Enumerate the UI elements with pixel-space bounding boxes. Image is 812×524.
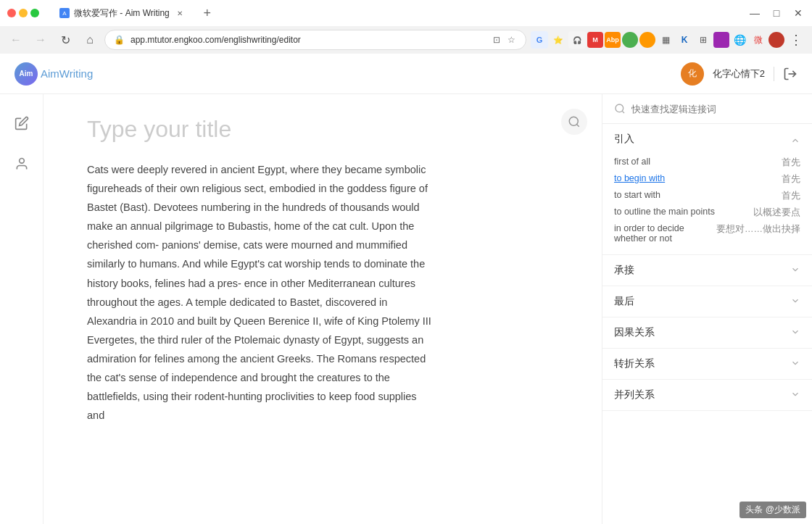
accordion-section-cause-effect: 因果关系 (602, 317, 812, 349)
accordion-container: 引入 first of all 首先 to begin with 首先 to s… (602, 124, 812, 411)
address-bar-row: ← → ↻ ⌂ 🔒 app.mtutor.engkoo.com/englishw… (0, 26, 812, 54)
address-icons: ⊡ ☆ (491, 34, 517, 46)
svg-point-2 (569, 117, 578, 125)
ext-icon-6[interactable] (622, 32, 638, 48)
ext-icon-7[interactable] (639, 32, 655, 48)
tab-close-button[interactable]: ✕ (174, 7, 186, 19)
window-controls (7, 9, 39, 17)
editor-body[interactable]: Cats were deeply revered in ancient Egyp… (87, 160, 435, 425)
phrase-cn: 首先 (750, 157, 800, 169)
minimize-window-button[interactable] (19, 9, 28, 17)
logo-area: Aim AimWriting (14, 62, 93, 86)
ext-icon-1[interactable]: G (531, 31, 548, 49)
address-bar: 🔒 app.mtutor.engkoo.com/englishwriting/e… (104, 30, 526, 50)
right-panel: 引入 first of all 首先 to begin with 首先 to s… (602, 94, 812, 524)
editor-search-button[interactable] (561, 109, 587, 135)
ext-icon-3[interactable]: 🎧 (568, 31, 586, 49)
app-header: Aim AimWriting 化 化字心情下2 (0, 54, 812, 94)
more-options-button[interactable]: ⋮ (786, 30, 806, 50)
accordion-section-intro: 引入 first of all 首先 to begin with 首先 to s… (602, 124, 812, 255)
accordion-chevron-cause-effect (790, 327, 800, 339)
back-button[interactable]: ← (6, 30, 26, 50)
editor-title[interactable]: Type your title (87, 116, 558, 143)
accordion-title-cause-effect: 因果关系 (614, 326, 655, 339)
accordion-header-transition[interactable]: 承接 (602, 255, 812, 286)
accordion-title-intro: 引入 (614, 133, 634, 146)
ext-icon-4[interactable]: M (587, 32, 603, 48)
logo-icon: Aim (14, 62, 38, 86)
refresh-button[interactable]: ↻ (55, 30, 75, 50)
accordion-title-finally: 最后 (614, 295, 634, 308)
avatar: 化 (681, 62, 704, 86)
accordion-chevron-parallel (790, 389, 800, 402)
bookmark-icon[interactable]: ☆ (505, 34, 517, 46)
ext-icon-8[interactable]: ▦ (657, 31, 674, 49)
phrase-row: in order to decide whether or not 要想对……做… (614, 221, 800, 246)
user-sidebar-button[interactable] (7, 149, 36, 178)
ext-icon-13[interactable]: 微 (750, 31, 767, 49)
svg-point-1 (19, 159, 24, 164)
forward-button[interactable]: → (30, 30, 51, 50)
screenshot-icon[interactable]: ⊡ (491, 34, 502, 46)
url-display[interactable]: app.mtutor.engkoo.com/englishwriting/edi… (130, 35, 485, 45)
ext-icon-2[interactable]: ⭐ (550, 31, 567, 49)
phrase-en: to outline the main points (614, 207, 750, 217)
accordion-chevron-finally (790, 296, 800, 308)
accordion-chevron-transition (790, 265, 800, 277)
main-content: Type your title Cats were deeply revered… (0, 94, 812, 524)
accordion-title-transition: 承接 (614, 264, 634, 277)
accordion-header-finally[interactable]: 最后 (602, 286, 812, 317)
ext-icon-10[interactable]: ⊞ (695, 31, 712, 49)
logout-button[interactable] (783, 67, 798, 81)
phrase-en[interactable]: to begin with (614, 173, 750, 183)
tab-favicon: A (59, 8, 70, 18)
accordion-header-parallel[interactable]: 并列关系 (602, 380, 812, 410)
panel-search-input[interactable] (631, 104, 800, 115)
accordion-header-intro[interactable]: 引入 (602, 124, 812, 154)
minimize-btn[interactable]: — (748, 7, 761, 20)
phrase-en: to start with (614, 190, 750, 200)
user-avatar-toolbar[interactable] (768, 32, 784, 48)
accordion-content-intro: first of all 首先 to begin with 首先 to star… (602, 154, 812, 254)
new-tab-button[interactable]: + (197, 4, 218, 24)
accordion-section-transition: 承接 (602, 255, 812, 286)
maximize-btn[interactable]: □ (770, 7, 783, 20)
accordion-section-contrast: 转折关系 (602, 349, 812, 380)
accordion-header-contrast[interactable]: 转折关系 (602, 349, 812, 379)
active-tab[interactable]: A 微软爱写作 - Aim Writing ✕ (51, 3, 194, 24)
header-divider (774, 67, 774, 81)
accordion-title-contrast: 转折关系 (614, 357, 655, 370)
phrase-row: first of all 首先 (614, 154, 800, 171)
maximize-window-button[interactable] (30, 9, 39, 17)
left-sidebar (0, 94, 44, 524)
phrase-row: to begin with 首先 (614, 171, 800, 188)
ext-icon-11[interactable] (713, 32, 729, 48)
browser-chrome: A 微软爱写作 - Aim Writing ✕ + — □ ✕ ← → ↻ ⌂ … (0, 0, 812, 54)
phrase-cn: 首先 (750, 173, 800, 186)
header-right: 化 化字心情下2 (681, 62, 798, 86)
ext-icon-5[interactable]: Abp (605, 32, 621, 48)
close-window-button[interactable] (7, 9, 16, 17)
ext-icon-12[interactable]: 🌐 (731, 31, 748, 49)
accordion-header-cause-effect[interactable]: 因果关系 (602, 317, 812, 348)
app-container: Aim AimWriting 化 化字心情下2 (0, 54, 812, 524)
svg-line-3 (576, 124, 579, 126)
phrase-cn: 要想对……做出抉择 (716, 223, 800, 236)
home-button[interactable]: ⌂ (80, 30, 100, 50)
panel-search-icon (614, 103, 626, 115)
edit-sidebar-button[interactable] (7, 109, 36, 138)
window-controls-right: — □ ✕ (748, 7, 805, 20)
editor-area[interactable]: Type your title Cats were deeply revered… (44, 94, 602, 524)
phrase-row: to outline the main points 以概述要点 (614, 204, 800, 221)
svg-line-5 (622, 111, 624, 113)
close-btn[interactable]: ✕ (792, 7, 805, 20)
svg-point-4 (616, 104, 624, 112)
browser-titlebar: A 微软爱写作 - Aim Writing ✕ + — □ ✕ (0, 0, 812, 26)
watermark: 头条 @少数派 (740, 502, 806, 518)
ext-icon-9[interactable]: K (676, 31, 693, 49)
phrase-row: to start with 首先 (614, 188, 800, 204)
accordion-section-parallel: 并列关系 (602, 380, 812, 411)
phrase-en: in order to decide whether or not (614, 223, 716, 244)
tab-title: 微软爱写作 - Aim Writing (74, 7, 170, 20)
phrase-cn: 首先 (750, 190, 800, 202)
